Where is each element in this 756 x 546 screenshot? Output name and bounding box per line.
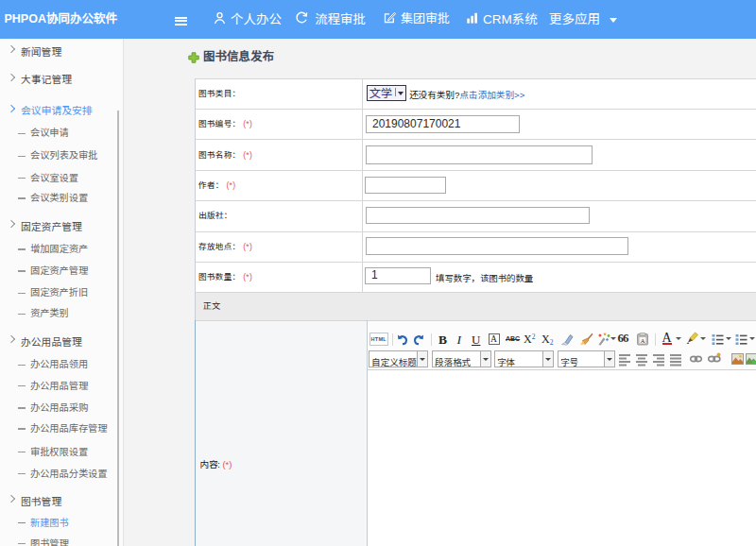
svg-text:A: A (641, 336, 645, 343)
